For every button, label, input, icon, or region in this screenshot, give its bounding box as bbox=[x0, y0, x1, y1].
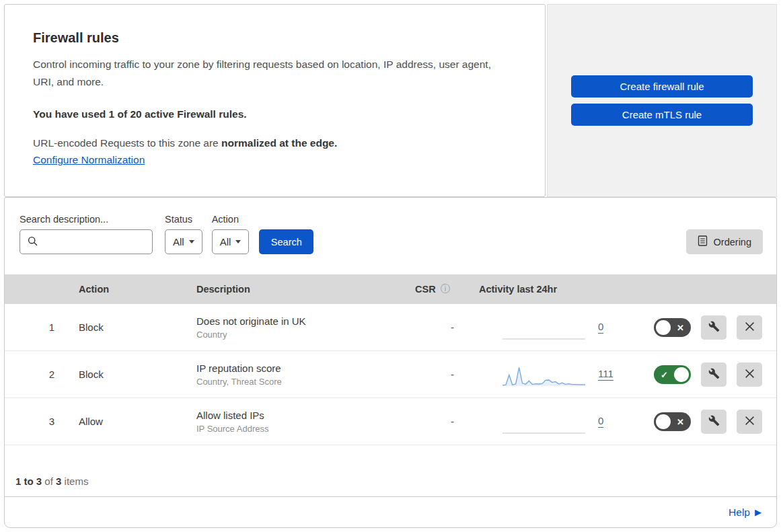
rule-activity-cell: 111 bbox=[479, 362, 624, 387]
column-header-activity: Activity last 24hr bbox=[479, 284, 624, 295]
rule-action: Block bbox=[65, 369, 183, 380]
search-group: Search description... bbox=[20, 214, 153, 254]
rule-description-cell: Does not originate in UK Country bbox=[183, 315, 402, 340]
toggle-state-icon: ✕ bbox=[677, 416, 684, 426]
toggle-knob bbox=[656, 414, 671, 429]
ordering-button-label: Ordering bbox=[714, 237, 751, 248]
action-dropdown-value: All bbox=[220, 236, 231, 248]
rule-fields: Country bbox=[196, 330, 402, 340]
search-wrap bbox=[20, 229, 153, 254]
pagination-summary: 1 to 3 of 3 items bbox=[5, 476, 776, 496]
rule-activity-cell: 0 bbox=[479, 315, 624, 340]
info-icon[interactable]: ⓘ bbox=[441, 283, 450, 295]
rule-action: Block bbox=[65, 321, 183, 333]
search-input[interactable] bbox=[20, 229, 153, 254]
edit-rule-button[interactable] bbox=[701, 410, 727, 434]
wrench-icon bbox=[708, 415, 720, 428]
search-icon bbox=[28, 236, 38, 250]
rule-enabled-toggle[interactable]: ✓ bbox=[654, 365, 691, 384]
activity-sparkline bbox=[502, 409, 586, 434]
rule-description[interactable]: Allow listed IPs bbox=[196, 410, 402, 421]
table-header: Action Description CSR ⓘ Activity last 2… bbox=[5, 274, 776, 304]
rule-fields: Country, Threat Score bbox=[196, 377, 402, 387]
help-arrow-icon: ▶ bbox=[755, 508, 761, 517]
rule-csr: - bbox=[402, 369, 479, 380]
toggle-state-icon: ✓ bbox=[661, 369, 668, 379]
rule-activity-cell: 0 bbox=[479, 409, 624, 434]
rule-action: Allow bbox=[65, 416, 183, 427]
delete-rule-button[interactable] bbox=[737, 410, 762, 434]
firewall-rules-page: Firewall rules Control incoming traffic … bbox=[0, 0, 781, 532]
close-icon bbox=[745, 416, 755, 428]
status-dropdown-value: All bbox=[173, 236, 184, 248]
status-label: Status bbox=[165, 214, 202, 225]
rule-controls: ✓ bbox=[624, 363, 776, 387]
rule-csr: - bbox=[402, 321, 479, 333]
wrench-icon bbox=[708, 321, 720, 334]
help-label: Help bbox=[729, 506, 750, 519]
status-filter-group: Status All bbox=[165, 214, 202, 254]
column-header-csr: CSR ⓘ bbox=[402, 283, 479, 295]
delete-rule-button[interactable] bbox=[737, 315, 762, 340]
edit-rule-button[interactable] bbox=[701, 363, 727, 387]
usage-summary: You have used 1 of 20 active Firewall ru… bbox=[33, 108, 517, 120]
rule-priority: 2 bbox=[5, 369, 65, 380]
rules-list-card: Search description... Status All Action bbox=[4, 197, 777, 528]
table-spacer bbox=[5, 445, 776, 476]
table-row: 3 Allow Allow listed IPs IP Source Addre… bbox=[5, 398, 776, 445]
column-header-action: Action bbox=[65, 284, 183, 295]
rule-controls: ✕ bbox=[624, 315, 776, 340]
action-filter-group: Action All bbox=[212, 214, 250, 254]
activity-count-link[interactable]: 0 bbox=[598, 321, 603, 334]
close-icon bbox=[745, 369, 755, 381]
filters-bar: Search description... Status All Action bbox=[5, 198, 776, 274]
csr-header-label: CSR bbox=[415, 284, 436, 295]
items-label: items bbox=[61, 476, 88, 487]
toggle-state-icon: ✕ bbox=[677, 322, 684, 332]
column-header-description: Description bbox=[183, 284, 402, 295]
rule-priority: 3 bbox=[5, 416, 65, 427]
activity-sparkline bbox=[502, 315, 586, 340]
activity-count-link[interactable]: 0 bbox=[598, 415, 603, 428]
rule-priority: 1 bbox=[5, 321, 65, 333]
page-description: Control incoming traffic to your zone by… bbox=[33, 56, 514, 90]
activity-sparkline bbox=[502, 362, 586, 387]
rule-description-cell: Allow listed IPs IP Source Address bbox=[183, 410, 402, 434]
rule-enabled-toggle[interactable]: ✕ bbox=[654, 318, 691, 337]
rule-description-cell: IP reputation score Country, Threat Scor… bbox=[183, 363, 402, 387]
toggle-knob bbox=[674, 367, 689, 382]
action-label: Action bbox=[212, 214, 250, 225]
action-dropdown[interactable]: All bbox=[212, 229, 250, 254]
help-row: Help ▶ bbox=[5, 496, 776, 527]
create-firewall-rule-button[interactable]: Create firewall rule bbox=[571, 75, 753, 98]
items-range: 1 to 3 bbox=[15, 476, 42, 487]
create-mtls-rule-button[interactable]: Create mTLS rule bbox=[571, 104, 753, 126]
activity-count-link[interactable]: 111 bbox=[598, 368, 613, 381]
chevron-down-icon bbox=[189, 240, 194, 243]
normalization-bold-text: normalized at the edge. bbox=[221, 137, 337, 149]
search-button[interactable]: Search bbox=[259, 229, 313, 254]
help-link[interactable]: Help ▶ bbox=[729, 506, 761, 519]
table-row: 1 Block Does not originate in UK Country… bbox=[5, 304, 776, 351]
normalization-note: URL-encoded Requests to this zone are no… bbox=[33, 137, 517, 149]
status-dropdown[interactable]: All bbox=[165, 229, 202, 254]
rule-controls: ✕ bbox=[624, 410, 776, 434]
normalization-text: URL-encoded Requests to this zone are bbox=[33, 137, 221, 149]
top-section: Firewall rules Control incoming traffic … bbox=[4, 4, 777, 197]
wrench-icon bbox=[708, 368, 720, 381]
ordering-list-icon bbox=[698, 235, 708, 248]
delete-rule-button[interactable] bbox=[737, 363, 762, 387]
close-icon bbox=[745, 321, 755, 334]
search-label: Search description... bbox=[20, 214, 153, 225]
rule-description[interactable]: Does not originate in UK bbox=[196, 315, 402, 327]
toggle-knob bbox=[656, 320, 671, 335]
items-of: of bbox=[42, 476, 56, 487]
table-row: 2 Block IP reputation score Country, Thr… bbox=[5, 351, 776, 398]
rule-description[interactable]: IP reputation score bbox=[196, 363, 402, 374]
actions-panel: Create firewall rule Create mTLS rule bbox=[547, 4, 777, 197]
rule-enabled-toggle[interactable]: ✕ bbox=[654, 412, 691, 431]
firewall-intro-card: Firewall rules Control incoming traffic … bbox=[4, 4, 546, 197]
ordering-button[interactable]: Ordering bbox=[686, 229, 763, 254]
configure-normalization-link[interactable]: Configure Normalization bbox=[33, 154, 145, 166]
edit-rule-button[interactable] bbox=[701, 315, 727, 340]
